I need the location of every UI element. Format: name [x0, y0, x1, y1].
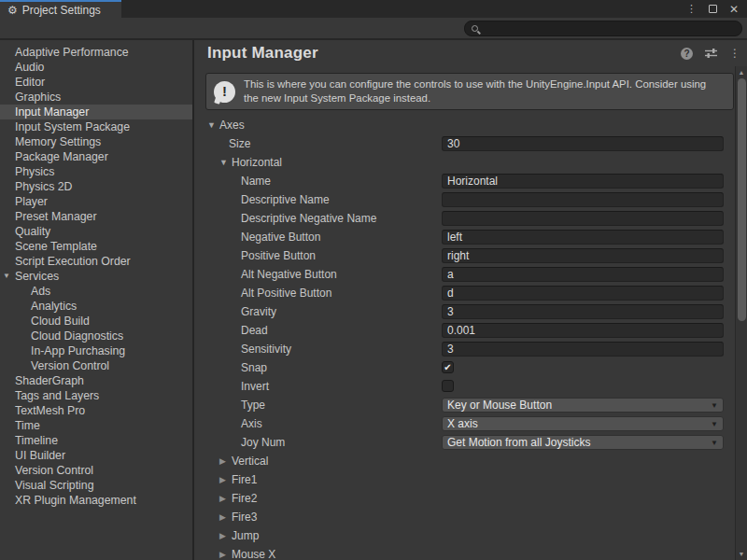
control-invert — [442, 379, 724, 394]
scroll-down-icon[interactable]: ▼ — [736, 551, 747, 557]
foldout-services-triangle-icon[interactable]: ▼ — [3, 269, 10, 284]
field-negative-button[interactable]: left — [442, 230, 724, 245]
scroll-up-icon[interactable]: ▲ — [736, 69, 747, 76]
field-descriptive-name[interactable] — [442, 192, 724, 207]
sidebar-item-graphics[interactable]: Graphics — [0, 90, 192, 105]
sidebar-item-input-manager[interactable]: Input Manager — [0, 105, 192, 119]
sidebar-item-physics[interactable]: Physics — [0, 164, 192, 179]
checkbox-snap[interactable]: ✔ — [442, 361, 454, 373]
search-input[interactable] — [464, 21, 742, 36]
sidebar-item-label: Version Control — [15, 464, 93, 477]
presets-icon[interactable] — [704, 48, 718, 59]
row-horizontal: ▼Horizontal — [194, 153, 735, 172]
sidebar-item-audio[interactable]: Audio — [0, 60, 192, 75]
row-snap: Snap✔ — [194, 358, 735, 377]
sidebar-item-time[interactable]: Time — [0, 418, 192, 433]
foldout-vertical[interactable]: Vertical — [232, 452, 268, 470]
checkbox-invert[interactable] — [442, 380, 454, 392]
label-descriptive-negative-name: Descriptive Negative Name — [241, 209, 376, 228]
foldout-fire1[interactable]: Fire1 — [232, 470, 257, 489]
foldout-jump[interactable]: Jump — [232, 526, 259, 545]
sidebar-item-version-control-sub[interactable]: Version Control — [0, 358, 192, 373]
sidebar-item-xr-plugin-management[interactable]: XR Plugin Management — [0, 493, 192, 508]
foldout-jump-triangle-icon[interactable]: ▶ — [219, 526, 226, 545]
close-icon[interactable]: ✕ — [729, 4, 739, 15]
sidebar-item-textmesh-pro[interactable]: TextMesh Pro — [0, 403, 192, 418]
field-alt-negative-button[interactable]: a — [442, 267, 724, 282]
field-positive-button[interactable]: right — [442, 248, 724, 263]
field-sensitivity[interactable]: 3 — [442, 342, 724, 357]
row-gravity: Gravity3 — [194, 302, 735, 321]
help-icon[interactable]: ? — [681, 48, 693, 60]
field-name[interactable]: Horizontal — [442, 174, 724, 189]
foldout-axes[interactable]: Axes — [219, 116, 245, 134]
sidebar-item-shadergraph[interactable]: ShaderGraph — [0, 373, 192, 388]
window-controls: ⋮ ✕ — [686, 0, 747, 18]
sidebar-item-ui-builder[interactable]: UI Builder — [0, 448, 192, 463]
info-box: ! This is where you can configure the co… — [205, 73, 734, 110]
sidebar-item-timeline[interactable]: Timeline — [0, 433, 192, 448]
maximize-icon[interactable] — [709, 5, 717, 13]
sidebar-item-label: Preset Manager — [15, 210, 97, 223]
field-dead[interactable]: 0.001 — [442, 323, 724, 338]
control-size: 30 — [442, 136, 724, 151]
control-descriptive-negative-name — [442, 211, 724, 226]
sidebar-item-version-control[interactable]: Version Control — [0, 463, 192, 478]
field-descriptive-negative-name[interactable] — [442, 211, 724, 226]
sidebar-item-memory-settings[interactable]: Memory Settings — [0, 134, 192, 149]
row-joy-num: Joy NumGet Motion from all Joysticks▼ — [194, 433, 735, 452]
sidebar-item-cloud-diagnostics-sub[interactable]: Cloud Diagnostics — [0, 329, 192, 343]
sidebar-item-editor[interactable]: Editor — [0, 75, 192, 90]
sidebar-item-visual-scripting[interactable]: Visual Scripting — [0, 478, 192, 493]
sidebar-item-label: Visual Scripting — [15, 479, 94, 492]
foldout-mouse-x-triangle-icon[interactable]: ▶ — [219, 545, 226, 560]
tab-project-settings[interactable]: ⚙ Project Settings — [0, 0, 121, 18]
sidebar-item-quality[interactable]: Quality — [0, 224, 192, 239]
foldout-vertical-triangle-icon[interactable]: ▶ — [219, 452, 226, 470]
sidebar-item-tags-and-layers[interactable]: Tags and Layers — [0, 388, 192, 403]
row-descriptive-name: Descriptive Name — [194, 190, 735, 209]
sidebar-item-in-app-purchasing-sub[interactable]: In-App Purchasing — [0, 343, 192, 358]
foldout-horizontal-triangle-icon[interactable]: ▼ — [219, 153, 228, 172]
sidebar-item-player[interactable]: Player — [0, 194, 192, 209]
dropdown-type[interactable]: Key or Mouse Button▼ — [442, 398, 724, 413]
foldout-fire2-triangle-icon[interactable]: ▶ — [219, 489, 226, 508]
window-menu-icon[interactable]: ⋮ — [686, 4, 697, 14]
sidebar-item-services[interactable]: ▼Services — [0, 269, 192, 284]
sidebar-item-label: Analytics — [31, 300, 77, 313]
control-type: Key or Mouse Button▼ — [442, 398, 724, 413]
vertical-scrollbar[interactable]: ▲ ▼ — [735, 66, 747, 560]
control-name: Horizontal — [442, 174, 724, 189]
foldout-fire3-triangle-icon[interactable]: ▶ — [219, 508, 226, 526]
sidebar-item-preset-manager[interactable]: Preset Manager — [0, 209, 192, 224]
row-mouse-x: ▶Mouse X — [194, 545, 735, 560]
foldout-axes-triangle-icon[interactable]: ▼ — [207, 116, 216, 134]
sidebar-item-script-execution-order[interactable]: Script Execution Order — [0, 254, 192, 269]
control-dead: 0.001 — [442, 323, 724, 338]
sidebar-item-analytics-sub[interactable]: Analytics — [0, 299, 192, 314]
sidebar-item-physics-2d[interactable]: Physics 2D — [0, 179, 192, 194]
field-alt-positive-button[interactable]: d — [442, 286, 724, 301]
sidebar-item-adaptive-performance[interactable]: Adaptive Performance — [0, 45, 192, 60]
sidebar-item-package-manager[interactable]: Package Manager — [0, 149, 192, 164]
sidebar-item-scene-template[interactable]: Scene Template — [0, 239, 192, 254]
scrollbar-thumb[interactable] — [738, 78, 746, 321]
sidebar-item-input-system-package[interactable]: Input System Package — [0, 119, 192, 134]
dropdown-joy-num[interactable]: Get Motion from all Joysticks▼ — [442, 435, 724, 450]
foldout-fire2[interactable]: Fire2 — [232, 489, 257, 508]
foldout-fire1-triangle-icon[interactable]: ▶ — [219, 470, 226, 489]
dropdown-axis[interactable]: X axis▼ — [442, 416, 724, 431]
sidebar-item-label: Quality — [15, 225, 50, 238]
sidebar-item-cloud-build-sub[interactable]: Cloud Build — [0, 314, 192, 329]
row-axis: AxisX axis▼ — [194, 414, 735, 433]
field-gravity[interactable]: 3 — [442, 304, 724, 319]
sidebar-item-label: Timeline — [15, 434, 58, 447]
label-gravity: Gravity — [241, 302, 276, 321]
context-menu-icon[interactable]: ⋮ — [729, 48, 740, 59]
foldout-horizontal[interactable]: Horizontal — [232, 153, 282, 172]
foldout-fire3[interactable]: Fire3 — [232, 508, 257, 526]
foldout-mouse-x[interactable]: Mouse X — [232, 545, 275, 560]
field-size[interactable]: 30 — [442, 136, 724, 151]
sidebar-item-ads-sub[interactable]: Ads — [0, 284, 192, 299]
row-negative-button: Negative Buttonleft — [194, 228, 735, 246]
